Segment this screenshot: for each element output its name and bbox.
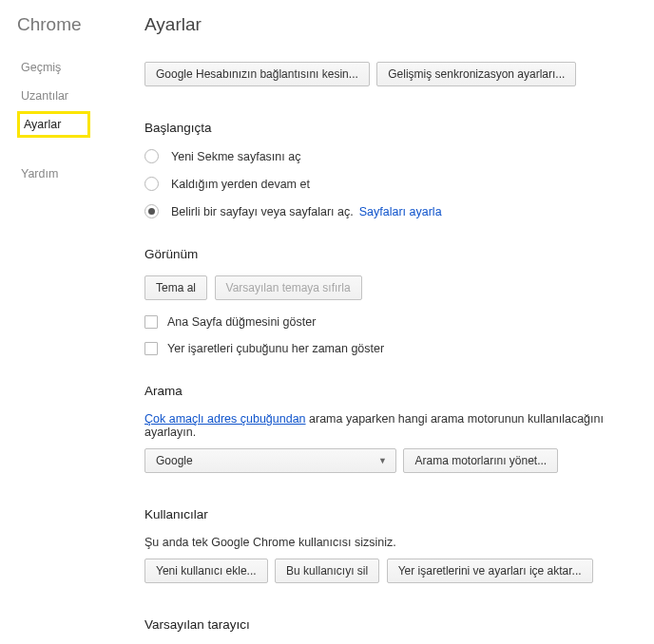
import-bookmarks-button[interactable]: Yer işaretlerini ve ayarları içe aktar..… [387,559,593,583]
search-engine-select[interactable]: Google ▼ [144,448,396,473]
omnibox-link[interactable]: Çok amaçlı adres çubuğundan [144,412,306,426]
search-description: Çok amaçlı adres çubuğundan arama yapark… [144,412,644,439]
reset-theme-button: Varsayılan temaya sıfırla [215,275,362,300]
manage-search-engines-button[interactable]: Arama motorlarını yönet... [403,448,558,473]
startup-heading: Başlangıçta [144,121,644,135]
radio-specific-pages-label: Belirli bir sayfayı veya sayfaları aç. [171,205,354,218]
nav-extensions[interactable]: Uzantılar [17,83,72,109]
set-pages-link[interactable]: Sayfaları ayarla [359,205,442,218]
search-section: Arama Çok amaçlı adres çubuğundan arama … [144,384,644,479]
add-user-button[interactable]: Yeni kullanıcı ekle... [144,559,268,583]
show-bookmarks-label: Yer işaretleri çubuğunu her zaman göster [167,342,384,355]
show-home-label: Ana Sayfa düğmesini göster [167,315,316,329]
search-heading: Arama [144,384,644,398]
get-themes-button[interactable]: Tema al [144,275,207,300]
nav-help[interactable]: Yardım [17,161,62,187]
nav-settings[interactable]: Ayarlar [17,111,90,138]
radio-continue[interactable] [144,177,159,191]
appearance-heading: Görünüm [144,247,644,261]
settings-main: Ayarlar Google Hesabınızın bağlantısını … [133,0,654,644]
appearance-section: Görünüm Tema al Varsayılan temaya sıfırl… [144,247,644,355]
app-brand: Chrome [17,14,133,35]
signin-section: Google Hesabınızın bağlantısını kesin...… [144,62,644,92]
radio-newtab[interactable] [144,149,159,163]
chevron-down-icon: ▼ [378,456,387,465]
delete-user-button[interactable]: Bu kullanıcıyı sil [275,559,379,583]
users-desc: Şu anda tek Google Chrome kullanıcısı si… [144,536,644,549]
radio-newtab-label: Yeni Sekme sayfasını aç [171,150,300,163]
nav-history[interactable]: Geçmiş [17,54,65,81]
show-home-checkbox[interactable] [144,315,158,329]
default-browser-heading: Varsayılan tarayıcı [144,617,644,632]
advanced-sync-button[interactable]: Gelişmiş senkronizasyon ayarları... [376,62,576,86]
radio-specific-pages[interactable] [144,204,159,218]
users-section: Kullanıcılar Şu anda tek Google Chrome k… [144,507,644,589]
page-title: Ayarlar [144,14,644,35]
sidebar: Chrome Geçmiş Uzantılar Ayarlar Yardım [0,0,133,644]
disconnect-account-button[interactable]: Google Hesabınızın bağlantısını kesin... [144,62,370,86]
users-heading: Kullanıcılar [144,507,644,521]
startup-section: Başlangıçta Yeni Sekme sayfasını aç Kald… [144,121,644,218]
radio-continue-label: Kaldığım yerden devam et [171,178,310,191]
default-browser-section: Varsayılan tarayıcı Varsayılan tarayıcı … [144,617,644,644]
search-engine-selected-label: Google [156,454,193,467]
show-bookmarks-checkbox[interactable] [144,342,158,355]
